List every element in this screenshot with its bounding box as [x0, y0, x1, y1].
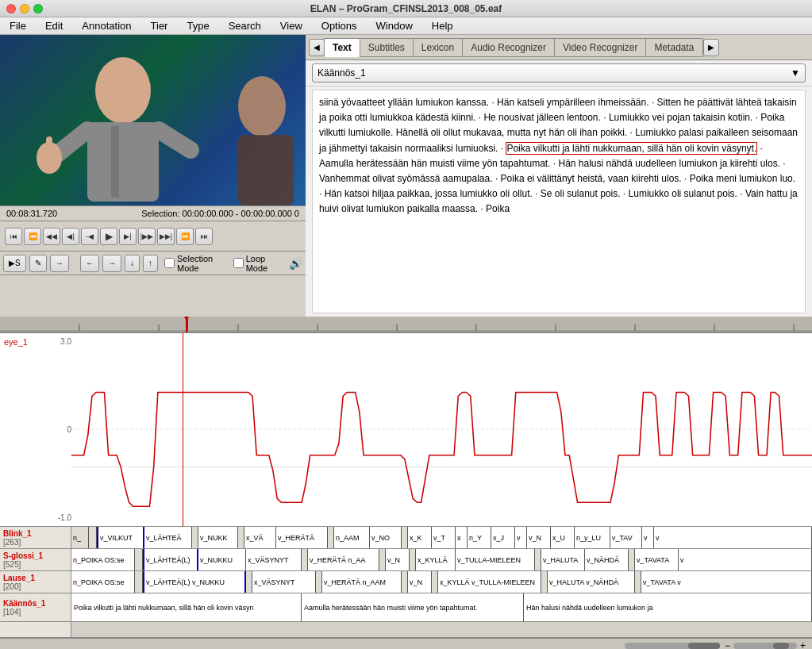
sglossi-ann-16[interactable]	[629, 549, 635, 570]
blink-ann-25[interactable]: v	[654, 527, 812, 548]
blink-ann-6[interactable]: v_NUKK	[198, 527, 238, 548]
fast-forward-button[interactable]: ▶▶|	[157, 228, 175, 245]
lause-ann-7[interactable]: v_HERÄTÄ n_AAM	[322, 571, 402, 593]
sglossi-ann-10[interactable]	[410, 549, 416, 570]
tier-content-lause[interactable]: n_POIKA OS:se v_LÄHTEÄ(L) v_NUKKU x_VÄSY…	[71, 571, 812, 593]
sglossi-ann-1[interactable]: n_POIKA OS:se	[71, 549, 135, 570]
blink-ann-20[interactable]: v_N	[527, 527, 551, 548]
blink-ann-19[interactable]: v	[515, 527, 527, 548]
step-forward-button[interactable]: |▶▶	[138, 228, 156, 245]
go-to-start-button[interactable]: ⏮	[5, 228, 22, 245]
loop-mode-checkbox[interactable]	[233, 258, 244, 268]
lause-ann-4[interactable]	[246, 571, 252, 593]
lause-ann-8[interactable]	[402, 571, 408, 593]
lause-ann-10[interactable]	[432, 571, 438, 593]
sglossi-ann-3[interactable]: v_LÄHTEÄ(L)	[143, 549, 198, 570]
sglossi-ann-4[interactable]: v_NUKKU	[198, 549, 246, 570]
lause-ann-6[interactable]	[316, 571, 322, 593]
blink-ann-10[interactable]	[328, 527, 334, 548]
sglossi-ann-7[interactable]: v_HERÄTÄ n_AA	[308, 549, 379, 570]
lause-ann-15[interactable]: v_TAVATA v	[641, 571, 812, 593]
menu-search[interactable]: Search	[225, 18, 264, 33]
blink-ann-23[interactable]: v_TAV	[610, 527, 642, 548]
zoom-control[interactable]: − +	[725, 640, 806, 650]
skip-forward-button[interactable]: ⏩	[176, 228, 194, 245]
play-selection-button[interactable]: ▶S	[3, 255, 26, 272]
blink-ann-4[interactable]: v_LÄHTEÄ	[144, 527, 192, 548]
maximize-button[interactable]	[33, 4, 43, 13]
tab-video-recognizer[interactable]: Video Recognizer	[554, 38, 647, 57]
blink-ann-24[interactable]: v	[642, 527, 654, 548]
blink-ann-3[interactable]: v_VILKUT	[97, 527, 144, 548]
sglossi-ann-15[interactable]: v_NÄHDÄ	[585, 549, 629, 570]
step-back-slow-button[interactable]: ◀◀	[43, 228, 60, 245]
tab-next-button[interactable]: ▶	[703, 39, 719, 56]
selection-mode-label[interactable]: Selection Mode	[164, 254, 221, 273]
lause-ann-2[interactable]	[135, 571, 143, 593]
menu-tier[interactable]: Tier	[148, 18, 171, 33]
tier-content-blink[interactable]: n_ v_VILKUT v_LÄHTEÄ v_NUKK x_VÄ v_HERÄT…	[71, 527, 812, 548]
menu-annotation[interactable]: Annotation	[79, 18, 134, 33]
blink-ann-5[interactable]	[192, 527, 198, 548]
lause-ann-5[interactable]: x_VÄSYNYT	[252, 571, 316, 593]
step-back-button[interactable]: ◀|	[62, 228, 79, 245]
sglossi-ann-13[interactable]	[535, 549, 541, 570]
blink-ann-9[interactable]: v_HERÄTÄ	[276, 527, 328, 548]
sglossi-ann-2[interactable]	[135, 549, 143, 570]
kaannos-ann-2[interactable]: Aamulla herätessään hän muisti viime yön…	[302, 593, 524, 621]
tier-dropdown[interactable]: Käännös_1 ▼	[312, 63, 806, 83]
sglossi-ann-11[interactable]: x_KYLLÄ	[416, 549, 456, 570]
rewind-button[interactable]: ⏪	[24, 228, 41, 245]
sglossi-ann-5[interactable]: x_VÄSYNYT	[246, 549, 302, 570]
left-button[interactable]: ←	[80, 255, 99, 272]
menu-help[interactable]: Help	[429, 18, 456, 33]
blink-ann-17[interactable]: n_Y	[468, 527, 491, 548]
blink-ann-1[interactable]: n_	[71, 527, 89, 548]
sglossi-ann-6[interactable]	[302, 549, 308, 570]
blink-ann-13[interactable]	[402, 527, 408, 548]
zoom-slider-thumb[interactable]	[773, 643, 789, 649]
step-back-frame-button[interactable]: -◀	[81, 228, 98, 245]
selection-mode-checkbox[interactable]	[164, 258, 175, 268]
tab-prev-button[interactable]: ◀	[309, 39, 325, 56]
blink-ann-8[interactable]: x_VÄ	[244, 527, 276, 548]
minimize-button[interactable]	[20, 4, 29, 13]
close-button[interactable]	[6, 4, 16, 13]
loop-mode-label[interactable]: Loop Mode	[233, 254, 278, 273]
sglossi-ann-8[interactable]	[379, 549, 386, 570]
menu-options[interactable]: Options	[318, 18, 360, 33]
go-to-end-button[interactable]: ⏭	[195, 228, 213, 245]
horizontal-scrollbar[interactable]	[625, 643, 720, 649]
kaannos-ann-3[interactable]: Hän halusi nähdä uudelleen lumiukon ja	[524, 593, 812, 621]
menu-window[interactable]: Window	[373, 18, 416, 33]
lause-ann-3[interactable]: v_LÄHTEÄ(L) v_NUKKU	[143, 571, 246, 593]
tier-content-sglossi[interactable]: n_POIKA OS:se v_LÄHTEÄ(L) v_NUKKU x_VÄSY…	[71, 549, 812, 570]
menu-file[interactable]: File	[6, 18, 29, 33]
lause-ann-13[interactable]: v_HALUTA v_NÄHDÄ	[548, 571, 635, 593]
scrollbar-thumb[interactable]	[688, 643, 720, 649]
blink-ann-22[interactable]: n_y_LU	[575, 527, 610, 548]
zoom-out-icon[interactable]: −	[725, 640, 730, 650]
blink-ann-21[interactable]: x_U	[551, 527, 575, 548]
blink-ann-14[interactable]: x_K	[408, 527, 432, 548]
sglossi-ann-9[interactable]: v_N	[386, 549, 410, 570]
sglossi-ann-12[interactable]: v_TULLA-MIELEEN	[456, 549, 535, 570]
tab-lexicon[interactable]: Lexicon	[413, 38, 463, 57]
zoom-slider-track[interactable]	[733, 643, 797, 649]
lause-ann-14[interactable]	[635, 571, 641, 593]
blink-ann-15[interactable]: v_T	[432, 527, 456, 548]
tier-content-kaannos[interactable]: Poika vilkutti ja lähti nukkumaan, sillä…	[71, 593, 812, 621]
lause-ann-12[interactable]	[541, 571, 548, 593]
blink-ann-11[interactable]: n_AAM	[334, 527, 370, 548]
menu-edit[interactable]: Edit	[42, 18, 66, 33]
lause-ann-11[interactable]: x_KYLLÄ v_TULLA-MIELEEN	[438, 571, 541, 593]
kaannos-ann-1[interactable]: Poika vilkutti ja lähti nukkumaan, sillä…	[71, 593, 302, 621]
sglossi-ann-17[interactable]: v_TAVATA	[635, 549, 679, 570]
next-button[interactable]: →	[50, 255, 69, 272]
blink-ann-16[interactable]: x	[456, 527, 468, 548]
sglossi-ann-18[interactable]: v	[679, 549, 812, 570]
tab-text[interactable]: Text	[324, 38, 360, 57]
menu-type[interactable]: Type	[183, 18, 212, 33]
lause-ann-9[interactable]: v_N	[408, 571, 432, 593]
step-forward-frame-button[interactable]: ▶|	[119, 228, 137, 245]
